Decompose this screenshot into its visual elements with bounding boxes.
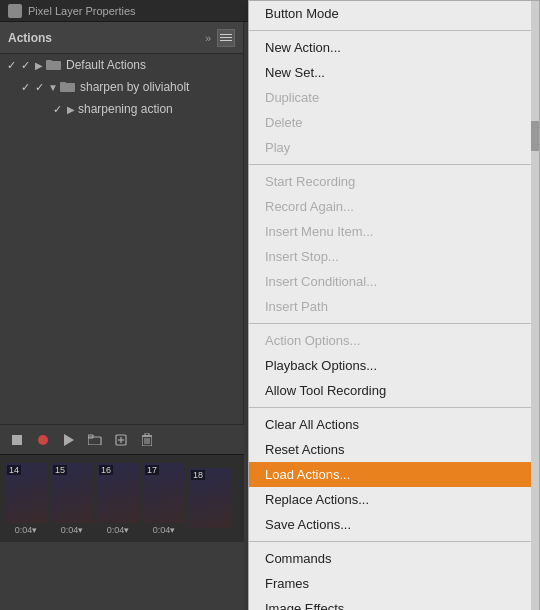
menu-insert-conditional: Insert Conditional... <box>249 269 539 294</box>
play-button[interactable] <box>60 431 78 449</box>
menu-start-recording: Start Recording <box>249 169 539 194</box>
label-sharpen-set: sharpen by oliviaholt <box>80 80 239 94</box>
svg-point-5 <box>38 435 48 445</box>
chevron-sharpen-set[interactable]: ▼ <box>46 82 60 93</box>
separator-1 <box>249 30 539 31</box>
film-num-16: 16 <box>99 465 113 475</box>
menu-play: Play <box>249 135 539 160</box>
folder-icon-sharpen-set <box>60 80 76 95</box>
film-thumb-15[interactable]: 15 0:04▾ <box>50 463 94 535</box>
create-action-button[interactable] <box>112 431 130 449</box>
menu-allow-tool-recording[interactable]: Allow Tool Recording <box>249 378 539 403</box>
new-folder-button[interactable] <box>86 431 104 449</box>
menu-image-effects[interactable]: Image Effects <box>249 596 539 610</box>
action-item-sharpen-set[interactable]: ✓ ✓ ▼ sharpen by oliviaholt <box>0 76 243 98</box>
scrollbar-thumb[interactable] <box>531 121 539 151</box>
menu-new-action[interactable]: New Action... <box>249 35 539 60</box>
film-thumb-18[interactable]: 18 <box>188 468 232 530</box>
stop-button[interactable] <box>8 431 26 449</box>
toggle-default-actions[interactable]: ✓ <box>18 59 32 72</box>
check-default-actions[interactable]: ✓ <box>4 59 18 72</box>
filmstrip: 14 0:04▾ 15 0:04▾ 16 0:04▾ 17 0:04▾ <box>0 454 244 542</box>
menu-insert-stop: Insert Stop... <box>249 244 539 269</box>
film-time-16: 0:04▾ <box>107 525 130 535</box>
menu-frames[interactable]: Frames <box>249 571 539 596</box>
top-bar-title: Pixel Layer Properties <box>8 4 136 18</box>
separator-4 <box>249 407 539 408</box>
layer-icon <box>8 4 22 18</box>
menu-load-actions[interactable]: Load Actions... <box>249 462 539 487</box>
folder-icon-default-actions <box>46 58 62 73</box>
menu-record-again: Record Again... <box>249 194 539 219</box>
film-time-17: 0:04▾ <box>153 525 176 535</box>
actions-title: Actions <box>8 31 205 45</box>
menu-replace-actions[interactable]: Replace Actions... <box>249 487 539 512</box>
svg-rect-4 <box>12 435 22 445</box>
actions-panel: Actions » ✓ ✓ ▶ Default Actions ✓ ✓ ▼ <box>0 22 244 542</box>
right-scrollbar[interactable] <box>531 1 539 610</box>
action-item-sharpening-action[interactable]: ✓ ▶ sharpening action <box>0 98 243 120</box>
menu-action-options: Action Options... <box>249 328 539 353</box>
label-sharpening-action: sharpening action <box>78 102 239 116</box>
film-num-14: 14 <box>7 465 21 475</box>
svg-marker-6 <box>64 434 74 446</box>
label-default-actions: Default Actions <box>66 58 239 72</box>
check-sharpen-set[interactable]: ✓ <box>18 81 32 94</box>
film-num-15: 15 <box>53 465 67 475</box>
menu-button-mode[interactable]: Button Mode <box>249 1 539 26</box>
film-num-18: 18 <box>191 470 205 480</box>
chevron-default-actions[interactable]: ▶ <box>32 60 46 71</box>
film-num-17: 17 <box>145 465 159 475</box>
menu-insert-path: Insert Path <box>249 294 539 319</box>
menu-new-set[interactable]: New Set... <box>249 60 539 85</box>
chevron-sharpening-action[interactable]: ▶ <box>64 104 78 115</box>
delete-button[interactable] <box>138 431 156 449</box>
separator-3 <box>249 323 539 324</box>
actions-header-icons: » <box>205 29 235 47</box>
record-button[interactable] <box>34 431 52 449</box>
film-time-15: 0:04▾ <box>61 525 84 535</box>
menu-reset-actions[interactable]: Reset Actions <box>249 437 539 462</box>
film-thumb-17[interactable]: 17 0:04▾ <box>142 463 186 535</box>
actions-header: Actions » <box>0 22 243 54</box>
menu-button[interactable] <box>217 29 235 47</box>
actions-toolbar <box>0 424 244 454</box>
dropdown-menu: Button Mode New Action... New Set... Dup… <box>248 0 540 610</box>
svg-rect-3 <box>60 82 66 85</box>
film-thumb-16[interactable]: 16 0:04▾ <box>96 463 140 535</box>
film-thumb-14[interactable]: 14 0:04▾ <box>4 463 48 535</box>
menu-duplicate: Duplicate <box>249 85 539 110</box>
svg-rect-1 <box>46 60 52 63</box>
double-arrow[interactable]: » <box>205 32 211 44</box>
menu-delete: Delete <box>249 110 539 135</box>
menu-playback-options[interactable]: Playback Options... <box>249 353 539 378</box>
menu-insert-menu-item: Insert Menu Item... <box>249 219 539 244</box>
toggle-sharpen-set[interactable]: ✓ <box>32 81 46 94</box>
menu-clear-all-actions[interactable]: Clear All Actions <box>249 412 539 437</box>
svg-rect-14 <box>145 433 149 436</box>
menu-save-actions[interactable]: Save Actions... <box>249 512 539 537</box>
check-sharpening-action[interactable]: ✓ <box>50 103 64 116</box>
action-item-default-actions[interactable]: ✓ ✓ ▶ Default Actions <box>0 54 243 76</box>
film-time-14: 0:04▾ <box>15 525 38 535</box>
separator-5 <box>249 541 539 542</box>
separator-2 <box>249 164 539 165</box>
menu-commands[interactable]: Commands <box>249 546 539 571</box>
